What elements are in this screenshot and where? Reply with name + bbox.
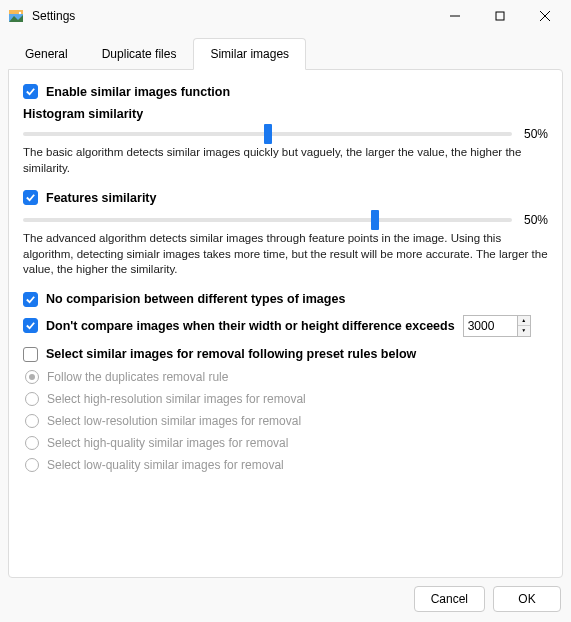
tab-general[interactable]: General (8, 38, 85, 70)
svg-rect-4 (496, 12, 504, 20)
dim-up-button[interactable]: ▲ (518, 316, 530, 326)
features-slider-thumb[interactable] (371, 210, 379, 230)
maximize-button[interactable] (477, 2, 522, 30)
preset-rules-checkbox[interactable] (23, 347, 38, 362)
features-slider[interactable] (23, 218, 512, 222)
histogram-slider[interactable] (23, 132, 512, 136)
close-button[interactable] (522, 2, 567, 30)
rule-label: Select high-resolution similar images fo… (47, 392, 306, 406)
features-value: 50% (518, 213, 548, 227)
app-icon (8, 8, 24, 24)
rule-label: Select low-resolution similar images for… (47, 414, 301, 428)
ok-button[interactable]: OK (493, 586, 561, 612)
minimize-button[interactable] (432, 2, 477, 30)
preset-rules-radios: Follow the duplicates removal rule Selec… (23, 370, 548, 472)
dim-threshold-label: Don't compare images when their width or… (46, 319, 455, 333)
histogram-title: Histogram similarity (23, 107, 548, 121)
dialog-footer: Cancel OK (0, 586, 571, 622)
features-checkbox[interactable] (23, 190, 38, 205)
enable-similar-label: Enable similar images function (46, 85, 230, 99)
histogram-value: 50% (518, 127, 548, 141)
rule-label: Follow the duplicates removal rule (47, 370, 228, 384)
svg-point-2 (19, 12, 21, 14)
rule-radio-high-res[interactable] (25, 392, 39, 406)
features-desc: The advanced algorithm detects similar i… (23, 231, 548, 278)
rule-radio-duplicates[interactable] (25, 370, 39, 384)
histogram-slider-thumb[interactable] (264, 124, 272, 144)
preset-rules-label: Select similar images for removal follow… (46, 347, 416, 361)
cancel-button[interactable]: Cancel (414, 586, 485, 612)
dim-down-button[interactable]: ▼ (518, 326, 530, 336)
histogram-desc: The basic algorithm detects similar imag… (23, 145, 548, 176)
tab-duplicate-files[interactable]: Duplicate files (85, 38, 194, 70)
rule-radio-high-quality[interactable] (25, 436, 39, 450)
rule-radio-low-res[interactable] (25, 414, 39, 428)
dim-threshold-checkbox[interactable] (23, 318, 38, 333)
rule-label: Select high-quality similar images for r… (47, 436, 288, 450)
tab-content: Enable similar images function Histogram… (8, 69, 563, 578)
no-compare-types-checkbox[interactable] (23, 292, 38, 307)
dim-threshold-input[interactable] (463, 315, 518, 337)
window-title: Settings (32, 9, 432, 23)
titlebar: Settings (0, 0, 571, 32)
rule-label: Select low-quality similar images for re… (47, 458, 284, 472)
tab-similar-images[interactable]: Similar images (193, 38, 306, 70)
tabs: General Duplicate files Similar images (0, 32, 571, 70)
no-compare-types-label: No comparision between different types o… (46, 292, 345, 306)
enable-similar-checkbox[interactable] (23, 84, 38, 99)
rule-radio-low-quality[interactable] (25, 458, 39, 472)
features-label: Features similarity (46, 191, 156, 205)
